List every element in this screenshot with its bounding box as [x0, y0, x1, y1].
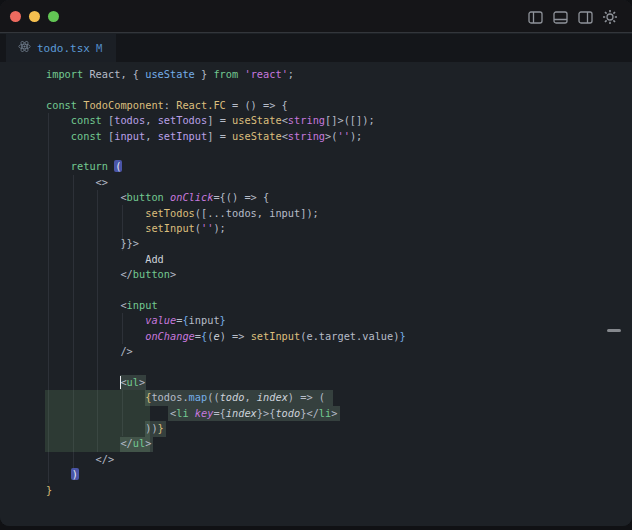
- code-line[interactable]: [0, 359, 632, 374]
- close-button[interactable]: [10, 11, 21, 22]
- settings-gear-icon[interactable]: [602, 9, 618, 25]
- window-controls: [10, 11, 59, 22]
- tab-filename: todo.tsx: [37, 42, 90, 55]
- titlebar-actions: [527, 9, 618, 25]
- code-line[interactable]: [0, 144, 632, 159]
- code-editor[interactable]: import React, { useState } from 'react';…: [0, 62, 632, 526]
- code-line[interactable]: ): [0, 467, 632, 482]
- code-line[interactable]: Add: [0, 252, 632, 267]
- code-line[interactable]: const [input, setInput] = useState<strin…: [0, 129, 632, 144]
- code-line[interactable]: ))}: [0, 421, 632, 436]
- code-line[interactable]: />: [0, 344, 632, 359]
- toggle-right-dock-icon[interactable]: [577, 9, 593, 25]
- toggle-bottom-dock-icon[interactable]: [552, 9, 568, 25]
- code-line[interactable]: <input: [0, 298, 632, 313]
- code-line[interactable]: setInput('');: [0, 221, 632, 236]
- toggle-left-dock-icon[interactable]: [527, 9, 543, 25]
- code-line[interactable]: onChange={(e) => setInput(e.target.value…: [0, 329, 632, 344]
- code-lines: import React, { useState } from 'react';…: [0, 67, 632, 498]
- scrollbar-thumb[interactable]: [607, 329, 621, 332]
- code-line[interactable]: setTodos([...todos, input]);: [0, 206, 632, 221]
- title-bar: [0, 0, 632, 33]
- code-line[interactable]: }}>: [0, 236, 632, 251]
- code-line[interactable]: <button onClick={() => {: [0, 190, 632, 205]
- tab-todo-tsx[interactable]: todo.tsx M: [6, 34, 116, 62]
- code-line[interactable]: value={input}: [0, 313, 632, 328]
- code-line[interactable]: {todos.map((todo, index) => (: [0, 390, 632, 405]
- code-line[interactable]: import React, { useState } from 'react';: [0, 67, 632, 82]
- tab-bar: todo.tsx M: [0, 34, 632, 62]
- code-line[interactable]: </button>: [0, 267, 632, 282]
- code-line[interactable]: <ul>: [0, 375, 632, 390]
- tsx-file-icon: [18, 39, 31, 57]
- code-line[interactable]: [0, 82, 632, 97]
- code-line[interactable]: <>: [0, 175, 632, 190]
- code-line[interactable]: }: [0, 483, 632, 498]
- code-line[interactable]: </ul>: [0, 436, 632, 451]
- code-line[interactable]: </>: [0, 452, 632, 467]
- code-line[interactable]: <li key={index}>{todo}</li>: [0, 406, 632, 421]
- text-cursor: [120, 376, 122, 389]
- code-line[interactable]: const [todos, setTodos] = useState<strin…: [0, 113, 632, 128]
- code-line[interactable]: return (: [0, 159, 632, 174]
- code-line[interactable]: const TodoComponent: React.FC = () => {: [0, 98, 632, 113]
- editor-window: todo.tsx M import React, { useState } fr…: [0, 0, 632, 526]
- zoom-button[interactable]: [48, 11, 59, 22]
- modified-badge: M: [96, 42, 102, 54]
- code-line[interactable]: [0, 282, 632, 297]
- minimize-button[interactable]: [29, 11, 40, 22]
